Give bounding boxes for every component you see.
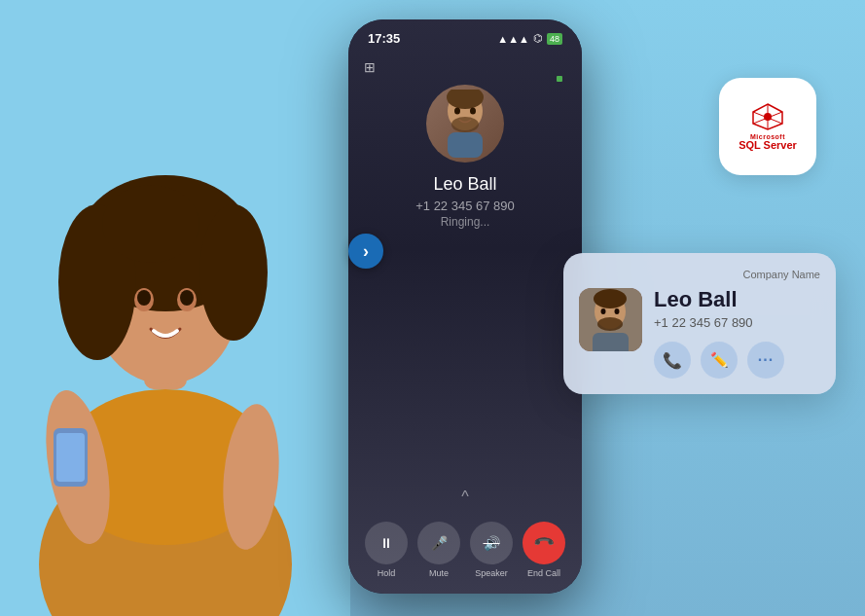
swipe-up-indicator: ^: [461, 489, 469, 506]
main-scene: › 17:35 ▲▲▲ ⌬ 48 ⊞: [0, 0, 865, 616]
caller-avatar-svg: [436, 90, 494, 158]
phone-status-icons: ▲▲▲ ⌬ 48: [497, 32, 562, 45]
sql-server-badge: Microsoft SQL Server: [719, 78, 816, 175]
phone-screen: 17:35 ▲▲▲ ⌬ 48 ⊞: [348, 19, 582, 594]
contact-info: Leo Ball +1 22 345 67 890 📞 ✏️ ···: [654, 288, 820, 379]
contact-phone-number: +1 22 345 67 890: [654, 315, 820, 330]
edit-icon: ✏️: [710, 351, 729, 369]
next-arrow-button[interactable]: ›: [348, 234, 383, 269]
phone-caller-avatar: [426, 85, 504, 163]
svg-point-6: [199, 204, 268, 341]
contact-avatar-svg: [579, 288, 642, 351]
contact-card: Company Name Leo B: [563, 253, 836, 394]
speaker-label: Speaker: [475, 568, 508, 578]
end-call-button[interactable]: 📞 End Call: [523, 522, 565, 578]
hold-circle[interactable]: ⏸: [365, 522, 408, 564]
svg-point-11: [180, 290, 194, 306]
svg-point-19: [451, 117, 479, 132]
mute-circle[interactable]: 🎤: [417, 522, 460, 564]
svg-point-22: [470, 108, 476, 115]
svg-rect-20: [448, 132, 483, 158]
contact-actions: 📞 ✏️ ···: [654, 342, 820, 379]
phone-time: 17:35: [368, 31, 400, 46]
contact-company-name: Company Name: [579, 269, 820, 280]
svg-point-7: [102, 185, 199, 263]
svg-point-10: [137, 290, 151, 306]
contact-card-body: Leo Ball +1 22 345 67 890 📞 ✏️ ···: [579, 288, 820, 379]
signal-icon: ▲▲▲: [497, 33, 529, 45]
svg-rect-16: [56, 433, 85, 482]
contact-name: Leo Ball: [654, 288, 820, 311]
mute-icon: 🎤: [431, 535, 448, 551]
contact-call-button[interactable]: 📞: [654, 342, 691, 379]
signal-strength-dot: [549, 68, 562, 86]
contact-more-button[interactable]: ···: [747, 342, 784, 379]
svg-point-33: [601, 308, 606, 314]
sql-product-text: SQL Server: [739, 140, 797, 151]
contact-avatar: [579, 288, 642, 351]
call-controls: ⏸ Hold 🎤 Mute 🔊 Speaker: [348, 522, 582, 578]
svg-rect-32: [593, 333, 629, 351]
speaker-icon: 🔊: [484, 535, 500, 551]
woman-photo-area: [0, 0, 350, 616]
hold-button[interactable]: ⏸ Hold: [365, 522, 408, 578]
hold-label: Hold: [378, 568, 396, 578]
phone-caller-status: Ringing...: [348, 215, 582, 229]
end-call-icon: 📞: [532, 531, 555, 554]
speaker-circle[interactable]: 🔊: [470, 522, 513, 564]
battery-indicator: 48: [547, 33, 562, 45]
mute-label: Mute: [429, 568, 449, 578]
svg-point-31: [597, 317, 623, 331]
svg-point-34: [615, 308, 620, 314]
more-icon: ···: [758, 351, 774, 369]
svg-point-21: [454, 108, 460, 115]
grid-icon: ⊞: [348, 52, 582, 75]
phone-status-bar: 17:35 ▲▲▲ ⌬ 48: [348, 19, 582, 52]
svg-point-27: [764, 113, 772, 121]
woman-svg: [0, 0, 350, 616]
hold-icon: ⏸: [379, 535, 393, 551]
speaker-button[interactable]: 🔊 Speaker: [470, 522, 513, 578]
contact-edit-button[interactable]: ✏️: [701, 342, 738, 379]
phone-mockup: 17:35 ▲▲▲ ⌬ 48 ⊞: [348, 19, 582, 594]
phone-caller-number: +1 22 345 67 890: [348, 199, 582, 213]
end-call-label: End Call: [527, 568, 560, 578]
mute-button[interactable]: 🎤 Mute: [417, 522, 460, 578]
svg-point-30: [594, 289, 627, 308]
phone-caller-name: Leo Ball: [348, 174, 582, 195]
call-icon: 📞: [663, 351, 682, 370]
arrow-icon: ›: [363, 242, 369, 260]
end-call-circle[interactable]: 📞: [523, 522, 565, 564]
sql-logo-svg: [743, 102, 792, 131]
wifi-icon: ⌬: [533, 32, 543, 45]
